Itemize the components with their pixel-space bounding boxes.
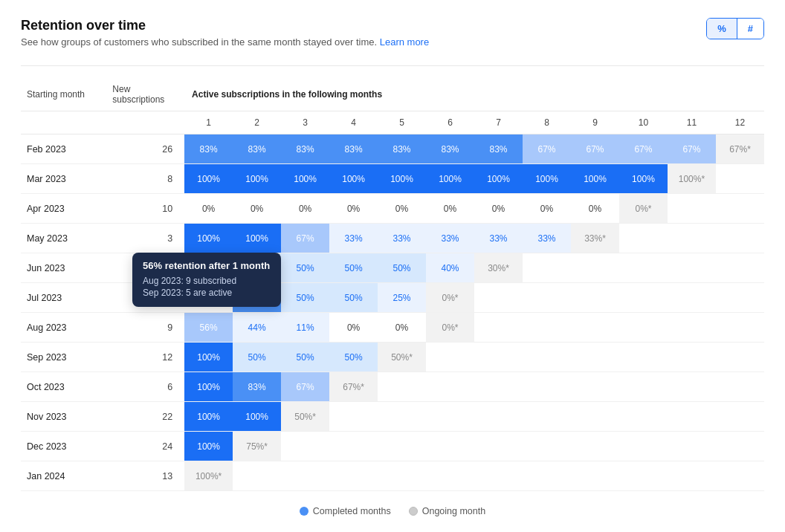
cell-retention[interactable]: 67% [571,134,619,164]
cell-retention[interactable]: 0% [281,194,329,224]
cell-retention[interactable]: 50% [281,253,329,283]
cell-retention[interactable]: 100% [378,164,426,194]
cell-retention[interactable]: 100% [184,372,233,402]
ongoing-dot [409,507,418,516]
cell-retention[interactable]: 0% [184,194,233,224]
cell-retention [378,461,426,491]
cell-retention[interactable]: 100% [281,164,329,194]
cell-retention[interactable]: 67% [281,224,329,253]
view-toggle: % # [706,18,764,39]
cell-retention[interactable]: 0% [378,194,426,224]
cell-retention[interactable]: 100% [233,402,281,432]
cell-retention[interactable]: 100%* [184,461,233,491]
cell-retention[interactable]: 0% [378,313,426,343]
cell-retention[interactable]: 40% [426,253,474,283]
cell-retention[interactable]: 0% [523,194,571,224]
cell-retention[interactable]: 30%* [474,253,523,283]
cell-retention[interactable]: 50%* [281,402,329,432]
cell-retention[interactable]: 83% [281,134,329,164]
cell-starting-month: Mar 2023 [21,164,106,194]
cell-new-subscriptions: 8 [106,164,184,194]
cell-retention[interactable]: 83% [474,134,523,164]
cell-retention[interactable]: 83% [233,372,281,402]
cell-retention[interactable]: 100% [184,164,233,194]
cell-retention[interactable]: 100% [571,164,619,194]
cell-retention[interactable]: 25% [378,283,426,313]
cell-retention[interactable]: 33% [523,224,571,253]
cell-retention[interactable]: 56% [184,313,233,343]
learn-more-link[interactable]: Learn more [380,36,429,48]
col-header-month-1: 1 [184,111,233,134]
cell-retention[interactable]: 100% [184,402,233,432]
cell-retention[interactable]: 33% [329,224,378,253]
cell-retention[interactable]: 67% [668,134,716,164]
cell-retention[interactable]: 33% [474,224,523,253]
cell-retention[interactable]: 100% [426,164,474,194]
cell-retention[interactable]: 50% [233,343,281,372]
cell-retention[interactable]: 67% [523,134,571,164]
cell-retention[interactable]: 100% [184,432,233,461]
cell-retention[interactable]: 0% [571,194,619,224]
percent-toggle-button[interactable]: % [707,19,737,39]
cell-retention[interactable]: 100% [184,343,233,372]
cell-retention [571,372,619,402]
cell-retention[interactable]: 33%* [571,224,619,253]
cell-retention[interactable]: 50% [329,343,378,372]
cell-retention [474,402,523,432]
legend: Completed months Ongoing month [21,506,764,516]
cell-retention [716,461,764,491]
cell-retention[interactable]: 67%* [329,372,378,402]
cell-retention [378,402,426,432]
cell-retention[interactable]: 50% [281,283,329,313]
cell-retention[interactable]: 67%* [716,134,764,164]
cell-retention[interactable]: 50% [329,283,378,313]
cell-retention[interactable]: 44% [233,313,281,343]
cell-retention [523,461,571,491]
cell-retention[interactable]: 83% [426,134,474,164]
cell-retention[interactable]: 0% [426,194,474,224]
cell-retention[interactable]: 0% [329,194,378,224]
cell-retention[interactable]: 100% [233,224,281,253]
cell-retention[interactable]: 67% [281,372,329,402]
cell-retention[interactable]: 100% [619,164,668,194]
cell-retention [523,372,571,402]
cell-retention[interactable]: 0% [233,194,281,224]
cell-retention [716,343,764,372]
cell-retention[interactable]: 83% [329,134,378,164]
cell-retention[interactable]: 100% [329,164,378,194]
cell-retention [668,283,716,313]
cell-retention [619,224,668,253]
cell-retention[interactable]: 50% [378,253,426,283]
cell-retention[interactable]: 33% [378,224,426,253]
cell-retention [668,313,716,343]
cell-retention[interactable]: 11% [281,313,329,343]
page-container: Retention over time See how groups of cu… [0,0,785,532]
cell-retention[interactable]: 0% [474,194,523,224]
cell-retention[interactable]: 100% [474,164,523,194]
cell-retention[interactable]: 0% [329,313,378,343]
table-row: May 20233100%100%67%33%33%33%33%33%33%* [21,224,764,253]
cell-retention[interactable]: 0%* [426,283,474,313]
hash-toggle-button[interactable]: # [737,19,763,39]
cell-retention[interactable]: 100% [233,164,281,194]
cell-retention[interactable]: 83% [184,134,233,164]
cell-retention[interactable]: 100%* [668,164,716,194]
cell-retention[interactable]: 33% [426,224,474,253]
cell-retention[interactable]: 50%* [378,343,426,372]
col-header-active: Active subscriptions in the following mo… [184,78,764,111]
cell-retention[interactable]: 0%* [426,313,474,343]
table-row: Jan 202413100%* [21,461,764,491]
cell-retention[interactable]: 100% [523,164,571,194]
cell-new-subscriptions: 24 [106,432,184,461]
cell-retention[interactable]: 83% [378,134,426,164]
cell-retention[interactable]: 75%* [233,432,281,461]
cell-retention[interactable]: 83% [233,134,281,164]
cell-retention[interactable]: 50% [281,343,329,372]
cell-retention[interactable]: 50% [329,253,378,283]
cell-new-subscriptions: 10 [106,194,184,224]
cell-retention[interactable]: 100% [184,224,233,253]
cell-retention [716,372,764,402]
cell-retention[interactable]: 67% [619,134,668,164]
cell-retention[interactable]: 0%* [619,194,668,224]
cell-starting-month: Jun 2023 [21,253,106,283]
